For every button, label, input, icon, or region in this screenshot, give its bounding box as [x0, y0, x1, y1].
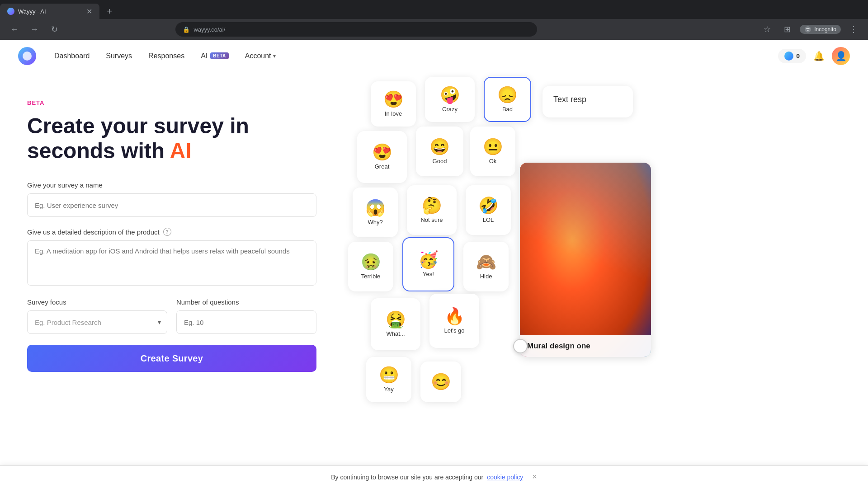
logo-inner	[23, 52, 32, 61]
lets-go-emoji: 🔥	[444, 308, 465, 324]
reload-button[interactable]: ↻	[47, 22, 61, 37]
extra-emoji: 😊	[431, 374, 451, 390]
ok-emoji: 😐	[483, 139, 503, 155]
tab-title: Wayyy - AI	[18, 8, 46, 15]
description-textarea[interactable]	[27, 240, 316, 286]
url-text: wayyy.co/ai/	[193, 26, 225, 33]
nav-dashboard[interactable]: Dashboard	[54, 52, 90, 60]
nav-responses[interactable]: Responses	[148, 52, 184, 60]
nav-ai-label: AI	[201, 52, 208, 60]
lol-label: LOL	[483, 216, 494, 223]
nav-right: 0 🔔 👤	[778, 47, 850, 65]
svg-point-0	[805, 26, 811, 33]
why-label: Why?	[368, 219, 382, 225]
right-panel: Text resp 😍 In love 🤪 Crazy 😞 Bad 😍	[344, 72, 868, 488]
nav-logo[interactable]	[18, 47, 36, 65]
hero-title-ai: AI	[170, 139, 192, 163]
emoji-card-what[interactable]: 🤮 What...	[371, 298, 420, 350]
left-panel: BETA Create your survey in seconds with …	[0, 72, 344, 488]
survey-focus-select[interactable]: Eg. Product Research	[27, 310, 167, 334]
questions-form-section: Number of questions	[176, 298, 316, 334]
incognito-icon	[804, 26, 811, 33]
crazy-label: Crazy	[442, 106, 458, 113]
ai-beta-badge: BETA	[210, 52, 228, 59]
emoji-card-in-love[interactable]: 😍 In love	[371, 81, 416, 127]
nav-account[interactable]: Account ▾	[245, 52, 276, 60]
lock-icon: 🔒	[183, 26, 190, 33]
focus-form-section: Survey focus Eg. Product Research ▾	[27, 298, 167, 334]
form-row: Survey focus Eg. Product Research ▾ Numb…	[27, 298, 316, 334]
yes-label: Yes!	[423, 271, 434, 277]
app-wrapper: Dashboard Surveys Responses AI BETA Acco…	[0, 40, 868, 488]
mural-radio-circle[interactable]	[513, 339, 528, 353]
emoji-card-extra[interactable]: 😊	[420, 361, 461, 402]
text-response-card: Text resp	[542, 86, 633, 117]
cookie-close-button[interactable]: ×	[532, 472, 537, 482]
active-tab[interactable]: Wayyy - AI ✕	[0, 4, 99, 19]
terrible-emoji: 🤢	[361, 254, 381, 270]
tab-close-button[interactable]: ✕	[86, 7, 92, 16]
hero-title-text2: seconds with	[27, 139, 170, 163]
survey-name-input[interactable]	[27, 193, 316, 217]
nav-account-label: Account	[245, 52, 271, 60]
emoji-card-lets-go[interactable]: 🔥 Let's go	[429, 294, 479, 348]
emoji-card-lol[interactable]: 🤣 LOL	[466, 185, 511, 235]
bell-icon[interactable]: 🔔	[813, 51, 825, 61]
lol-emoji: 🤣	[478, 197, 499, 214]
browser-chrome: Wayyy - AI ✕ + ← → ↻ 🔒 wayyy.co/ai/ ☆ ⊞ …	[0, 0, 868, 40]
emoji-card-good[interactable]: 😄 Good	[416, 127, 463, 176]
name-label: Give your survey a name	[27, 181, 316, 189]
why-emoji: 😱	[365, 200, 386, 216]
help-icon[interactable]: ?	[163, 228, 171, 236]
create-survey-button[interactable]: Create Survey	[27, 345, 316, 372]
chevron-down-icon: ▾	[273, 53, 276, 59]
emoji-card-ok[interactable]: 😐 Ok	[470, 127, 515, 176]
nav-surveys[interactable]: Surveys	[106, 52, 132, 60]
emoji-card-hide[interactable]: 🙈 Hide	[463, 242, 509, 291]
emoji-card-yay[interactable]: 😬 Yay	[366, 357, 411, 402]
mural-card-label: Mural design one	[527, 342, 590, 350]
emoji-card-great[interactable]: 😍 Great	[357, 131, 407, 183]
avatar[interactable]: 👤	[832, 47, 850, 65]
cookie-policy-link[interactable]: cookie policy	[487, 474, 523, 481]
in-love-label: In love	[385, 110, 402, 117]
emoji-card-terrible[interactable]: 🤢 Terrible	[348, 242, 393, 291]
points-icon	[784, 52, 793, 61]
questions-label: Number of questions	[176, 298, 316, 306]
focus-label: Survey focus	[27, 298, 167, 306]
back-button[interactable]: ←	[7, 22, 22, 37]
cookie-text: By continuing to browse our site you are…	[331, 474, 483, 481]
browser-toolbar: ← → ↻ 🔒 wayyy.co/ai/ ☆ ⊞ Incognito ⋮ All…	[0, 19, 868, 40]
incognito-label: Incognito	[814, 26, 836, 33]
nav-ai[interactable]: AI BETA	[201, 52, 229, 60]
good-emoji: 😄	[429, 139, 450, 155]
mural-design-card[interactable]: Mural design one	[520, 163, 651, 357]
emoji-card-crazy[interactable]: 🤪 Crazy	[425, 77, 475, 122]
extension-icon[interactable]: ⊞	[780, 22, 794, 37]
menu-icon[interactable]: ⋮	[846, 22, 861, 37]
emoji-card-why[interactable]: 😱 Why?	[353, 188, 398, 237]
bad-label: Bad	[502, 106, 513, 113]
beta-label: BETA	[27, 99, 316, 106]
not-sure-emoji: 🤔	[422, 197, 442, 214]
cookie-banner: By continuing to browse our site you are…	[0, 465, 868, 488]
lets-go-label: Let's go	[444, 327, 464, 334]
avatar-placeholder: 👤	[835, 51, 847, 61]
nav-points[interactable]: 0	[778, 49, 806, 63]
emoji-card-not-sure[interactable]: 🤔 Not sure	[407, 185, 457, 235]
bookmark-star-icon[interactable]: ☆	[760, 22, 774, 37]
in-love-emoji: 😍	[383, 91, 404, 108]
ok-label: Ok	[489, 158, 497, 164]
forward-button[interactable]: →	[27, 22, 42, 37]
incognito-badge: Incognito	[800, 25, 841, 34]
emoji-card-bad[interactable]: 😞 Bad	[484, 77, 531, 122]
new-tab-button[interactable]: +	[103, 5, 116, 18]
navbar: Dashboard Surveys Responses AI BETA Acco…	[0, 40, 868, 72]
hide-emoji: 🙈	[476, 254, 496, 270]
address-bar[interactable]: 🔒 wayyy.co/ai/	[175, 22, 537, 37]
bad-emoji: 😞	[497, 87, 518, 103]
emoji-card-yes[interactable]: 🥳 Yes!	[402, 237, 454, 291]
main-content: BETA Create your survey in seconds with …	[0, 72, 868, 488]
questions-count-input[interactable]	[176, 310, 316, 334]
yay-emoji: 😬	[379, 367, 399, 383]
